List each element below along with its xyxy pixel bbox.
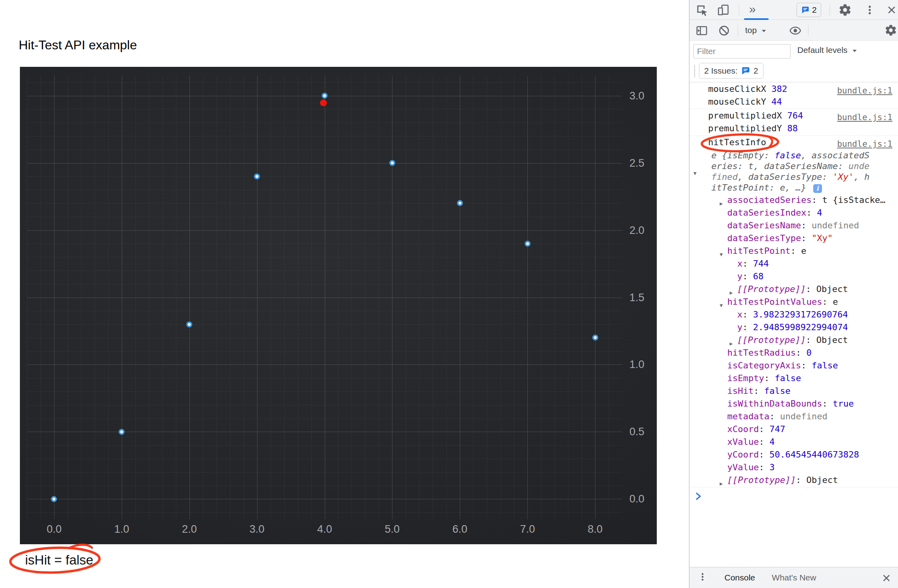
console-text: undefined: [780, 411, 827, 421]
console-row: hitTestRadius: 0: [689, 347, 898, 359]
console-text: :: [801, 360, 812, 370]
console-text: yCoord: [727, 450, 759, 459]
console-text: dataSeriesIndex: [727, 208, 806, 218]
console-row: isCategoryAxis: false: [689, 359, 898, 372]
console-text: :: [742, 271, 753, 281]
console-message: bundle.js:1premultipliedX 764premultipli…: [689, 109, 898, 136]
x-tick-label: 4.0: [307, 520, 343, 538]
drawer-close-icon[interactable]: [881, 573, 892, 585]
console-text: dataSeriesName: [727, 220, 801, 230]
data-point[interactable]: [119, 429, 125, 435]
console-row: ▼hitTestPointValues: e: [689, 296, 898, 308]
more-tabs-icon[interactable]: »: [749, 2, 756, 16]
console-text: 2.9485998922994074: [753, 322, 848, 332]
data-point[interactable]: [592, 335, 598, 341]
issues-bubble-icon: [741, 66, 750, 76]
console-text: :: [806, 284, 816, 294]
kebab-menu-icon[interactable]: [864, 4, 876, 18]
collapse-arrow[interactable]: ▼: [693, 167, 697, 180]
data-point[interactable]: [322, 93, 328, 99]
filter-input[interactable]: [693, 44, 791, 58]
chart-plot-area[interactable]: [27, 76, 622, 519]
console-text: :: [791, 246, 801, 256]
issues-bar: 2 Issues: 2: [689, 60, 898, 82]
console-sidebar-toggle-icon[interactable]: [695, 24, 709, 39]
console-row: isHit: false: [689, 385, 898, 397]
console-text: hitTestPoint: [727, 246, 791, 256]
y-tick-label: 3.0: [622, 88, 657, 104]
data-point[interactable]: [457, 200, 463, 206]
console-text: x: [737, 259, 742, 269]
console-text: , …}: [785, 183, 811, 193]
console-row: ▶associatedSeries: t {isStacke…: [689, 194, 898, 206]
console-text: xValue: [727, 437, 759, 447]
data-point[interactable]: [186, 321, 192, 327]
console-text: 68: [753, 271, 764, 281]
live-expression-eye-icon[interactable]: [789, 24, 802, 39]
console-row: mouseClickY 44: [689, 95, 898, 108]
data-point[interactable]: [389, 160, 395, 166]
console-text: 747: [769, 424, 785, 434]
console-text: 3.9823293172690764: [753, 310, 848, 319]
data-point[interactable]: [51, 496, 57, 502]
console-row: premultipliedY 88: [689, 122, 898, 135]
console-text: isHit: [727, 386, 754, 396]
console-row: y: 2.9485998922994074: [689, 321, 898, 334]
drawer-tab-console[interactable]: Console: [724, 573, 755, 582]
console-text: 'Xy': [833, 172, 854, 182]
context-selector-label: top: [745, 25, 757, 35]
console-text: false: [812, 360, 838, 370]
data-point[interactable]: [525, 241, 531, 247]
console-text: e: [801, 246, 806, 256]
console-text: isCategoryAxis: [727, 360, 801, 370]
settings-gear-icon[interactable]: [838, 3, 852, 19]
console-text: y: [737, 271, 742, 281]
console-text: metadata: [727, 411, 769, 421]
console-text: :: [754, 386, 764, 396]
console-text: 382: [771, 84, 787, 94]
gridline-major: [27, 364, 622, 365]
drawer-kebab-menu-icon[interactable]: [697, 572, 708, 584]
separator: [739, 5, 739, 15]
console-text: 0: [806, 348, 812, 358]
inspect-element-icon[interactable]: [695, 3, 709, 19]
drawer-tab-whats-new[interactable]: What's New: [772, 573, 816, 582]
console-messages: bundle.js:1mouseClickX 382mouseClickY 44…: [689, 82, 898, 504]
console-settings-gear-icon[interactable]: [884, 24, 897, 39]
close-devtools-icon[interactable]: [886, 4, 897, 18]
y-tick-label: 0.5: [622, 424, 657, 440]
console-row: dataSeriesIndex: 4: [689, 206, 898, 219]
scichart-surface[interactable]: 0.01.02.03.04.05.06.07.08.0 3.02.52.01.5…: [20, 67, 657, 544]
info-icon[interactable]: i: [813, 184, 822, 193]
console-text: xCoord: [727, 424, 759, 434]
drawer-tab-bar: Console What's New: [689, 567, 898, 588]
data-point[interactable]: [254, 173, 260, 179]
console-text: e: [833, 297, 838, 307]
console-text: premultipliedX: [708, 111, 787, 121]
console-text: Object: [806, 475, 838, 485]
console-text: :: [806, 335, 816, 345]
console-row: dataSeriesType: "Xy": [689, 232, 898, 245]
clear-console-icon[interactable]: [718, 24, 730, 39]
console-text: t {isStacke…: [822, 195, 885, 205]
console-text: [[Prototype]]: [727, 475, 796, 485]
issues-badge-button[interactable]: 2 Issues: 2: [699, 63, 763, 79]
y-tick-label: 0.0: [622, 491, 657, 507]
console-prompt[interactable]: [689, 487, 898, 504]
console-text: :: [769, 411, 780, 421]
issues-badge-count: 2: [754, 66, 758, 76]
separator: [694, 65, 695, 78]
issues-counter-button[interactable]: 2: [796, 3, 821, 17]
hit-status-label: isHit = false: [25, 553, 93, 568]
console-text: "Xy": [812, 233, 833, 243]
console-text: 4: [817, 208, 822, 218]
device-toolbar-icon[interactable]: [716, 3, 730, 19]
console-row: isWithinDataBounds: true: [689, 397, 898, 410]
console-text: :: [764, 373, 775, 383]
context-selector[interactable]: top: [745, 20, 766, 41]
console-text: , dataSeriesType:: [738, 172, 832, 182]
log-levels-dropdown[interactable]: Default levels: [797, 41, 857, 60]
console-text: dataSeriesType: [727, 233, 801, 243]
hit-test-marker[interactable]: [320, 99, 327, 106]
console-row: xValue: 4: [689, 436, 898, 448]
